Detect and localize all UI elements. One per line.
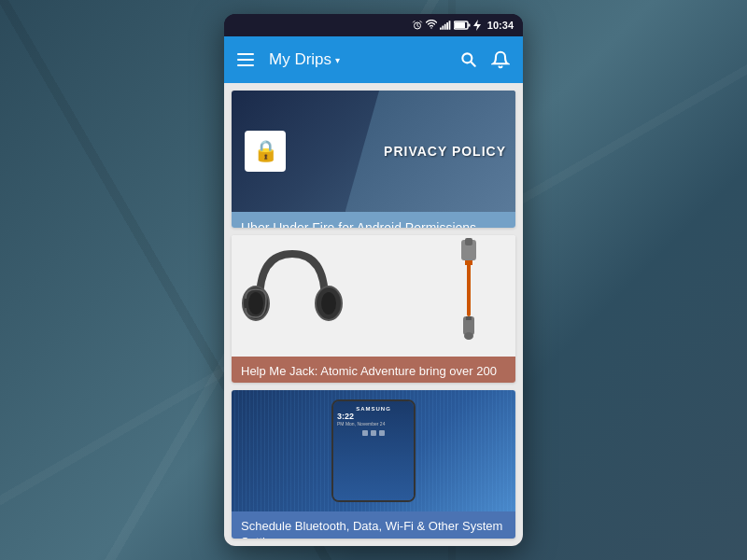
search-icon[interactable] [459,50,478,69]
svg-marker-10 [473,20,481,31]
card-2-image [232,235,515,357]
card-3-title-overlay: Schedule Bluetooth, Data, Wi-Fi & Other … [232,511,515,539]
svg-rect-19 [465,238,472,245]
status-bar: 10:34 [224,14,523,36]
app-title-area: My Drips ▾ [269,50,450,69]
feed-content: 🔒 PRIVACY POLICY Uber Under Fire for And… [224,83,523,546]
card-1-image: 🔒 PRIVACY POLICY [232,91,515,212]
article-card-3[interactable]: SAMSUNG 3:22 PM Mon, November 24 Sch [232,390,515,539]
cable-illustration [441,235,497,347]
headphones-illustration [232,235,353,347]
privacy-policy-label: PRIVACY POLICY [384,144,506,159]
svg-rect-23 [466,316,472,320]
status-icons: 10:34 [412,20,514,31]
card-3-bg: SAMSUNG 3:22 PM Mon, November 24 [232,390,515,511]
samsung-app-icons [337,430,410,436]
status-time: 10:34 [487,20,514,31]
card-2-title: Help Me Jack: Atomic Adventure bring ove… [241,364,506,384]
hamburger-line-3 [237,64,254,66]
samsung-phone-illustration: SAMSUNG 3:22 PM Mon, November 24 [331,399,416,502]
article-card-1[interactable]: 🔒 PRIVACY POLICY Uber Under Fire for And… [232,91,515,228]
svg-point-17 [321,292,336,315]
card-1-title: Uber Under Fire for Android Permissions [241,219,506,228]
card-3-image: SAMSUNG 3:22 PM Mon, November 24 [232,390,515,511]
article-card-2[interactable]: Help Me Jack: Atomic Adventure bring ove… [232,235,515,384]
svg-rect-3 [442,26,444,30]
samsung-time-display: 3:22 [337,412,410,421]
svg-point-24 [464,332,473,340]
top-bar: My Drips ▾ [224,36,523,83]
svg-rect-20 [467,260,471,316]
svg-rect-6 [448,21,450,30]
hamburger-line-2 [237,59,254,61]
svg-rect-4 [444,24,446,30]
card-2-title-overlay: Help Me Jack: Atomic Adventure bring ove… [232,357,515,384]
samsung-date-display: PM Mon, November 24 [337,421,410,427]
charge-icon [473,20,481,31]
signal-icon [440,20,451,31]
alarm-icon [412,20,423,31]
phone-frame: 10:34 My Drips ▾ [224,14,523,546]
app-icon-3 [379,430,385,436]
app-title: My Drips [269,50,331,69]
app-icon-1 [362,430,368,436]
samsung-screen: SAMSUNG 3:22 PM Mon, November 24 [333,401,414,500]
top-bar-actions [459,50,510,69]
svg-rect-5 [446,22,448,30]
card-1-bg: 🔒 PRIVACY POLICY [232,91,515,212]
card-2-bg [232,235,515,357]
card-3-title: Schedule Bluetooth, Data, Wi-Fi & Other … [241,519,506,539]
wifi-icon [426,20,437,31]
lock-icon: 🔒 [245,131,286,172]
battery-icon [454,21,471,30]
app-icon-2 [371,430,376,436]
svg-line-12 [471,62,475,66]
svg-rect-2 [440,27,442,29]
svg-rect-9 [468,24,470,27]
chevron-down-icon[interactable]: ▾ [335,55,340,65]
hamburger-line-1 [237,53,254,55]
svg-point-15 [248,292,263,315]
card-1-title-overlay: Uber Under Fire for Android Permissions [232,212,515,228]
hamburger-menu-button[interactable] [237,53,254,66]
svg-point-1 [430,27,432,29]
bell-icon[interactable] [491,50,510,69]
svg-rect-8 [455,22,465,28]
svg-rect-21 [465,260,472,265]
